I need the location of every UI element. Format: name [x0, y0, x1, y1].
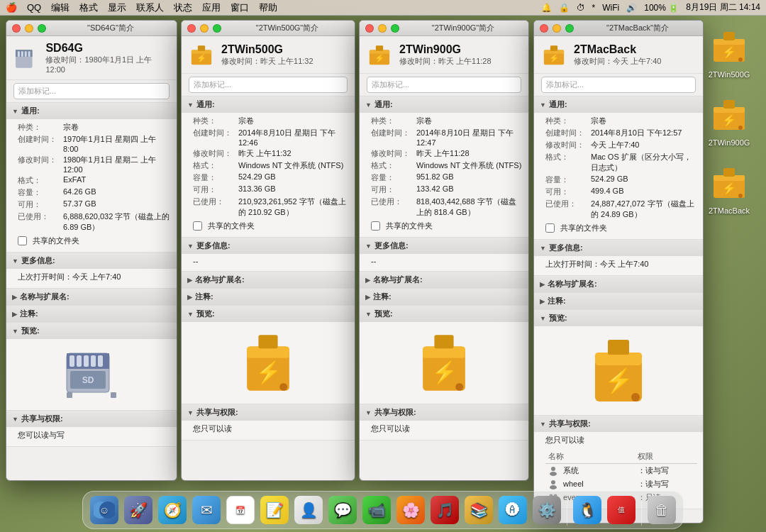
close-button[interactable]: [540, 24, 548, 33]
dock-separator: [567, 500, 567, 526]
dock-sysprefs[interactable]: ⚙️: [531, 494, 562, 526]
menu-view[interactable]: 显示: [108, 1, 126, 14]
minimize-button[interactable]: [378, 24, 387, 33]
svg-rect-25: [77, 355, 82, 367]
2twin900g-general-label: 通用:: [374, 99, 393, 110]
desktop-icon-2tmacback[interactable]: ⚡ 2TMacBack: [701, 161, 757, 215]
menu-app[interactable]: 应用: [202, 1, 221, 14]
2tmacback-comments-header[interactable]: ▶ 注释:: [534, 293, 703, 309]
dock-calendar[interactable]: 📅: [225, 494, 256, 526]
2twin500g-sharing-header[interactable]: ▼ 共享与权限:: [182, 404, 355, 421]
dock-messages[interactable]: 💬: [327, 494, 358, 526]
volume-icon[interactable]: 🔊: [626, 3, 637, 13]
perm-row-wheel: wheel ：读与写: [545, 477, 697, 491]
sd64g-moreinfo-header[interactable]: ▼ 更多信息:: [6, 253, 177, 269]
menu-window[interactable]: 窗口: [231, 1, 249, 14]
menu-contacts[interactable]: 联系人: [136, 1, 164, 14]
2tmacback-tag-input[interactable]: 添加标记...: [541, 77, 696, 93]
perm-permission-header: 权限: [635, 450, 697, 464]
menu-format[interactable]: 格式: [79, 1, 98, 14]
wifi-icon[interactable]: WiFi: [602, 3, 619, 13]
maximize-button[interactable]: [213, 24, 221, 33]
sd64g-comments-header[interactable]: ▶ 注释:: [6, 306, 177, 322]
bluetooth-icon[interactable]: *: [592, 3, 596, 13]
maximize-button[interactable]: [38, 24, 46, 33]
maximize-button[interactable]: [565, 24, 574, 33]
close-button[interactable]: [365, 24, 374, 33]
notification-icon[interactable]: 🔔: [541, 3, 552, 13]
minimize-button[interactable]: [200, 24, 209, 33]
sd64g-tag-field: 添加标记...: [6, 80, 177, 103]
sd64g-preview-header[interactable]: ▼ 预览:: [6, 323, 177, 339]
sd64g-tag-input[interactable]: 添加标记...: [13, 83, 170, 99]
sd64g-sharing-header[interactable]: ▼ 共享与权限:: [6, 411, 177, 427]
dock-mail[interactable]: ✉: [191, 494, 222, 526]
2twin500g-moreinfo-header[interactable]: ▼ 更多信息:: [182, 238, 355, 254]
2twin500g-tag-input[interactable]: 添加标记...: [189, 77, 348, 93]
desktop-icon-2twin500g[interactable]: ⚡ 2TWin500G: [701, 25, 757, 79]
2tmacback-sharing-header[interactable]: ▼ 共享与权限:: [534, 416, 703, 432]
svg-rect-24: [70, 355, 74, 367]
dock-qq[interactable]: 🐧: [572, 494, 603, 526]
triangle-icon: ▼: [365, 101, 372, 109]
dock-books[interactable]: 📚: [463, 494, 494, 526]
sd64g-nameext-header[interactable]: ▶ 名称与扩展名:: [6, 289, 177, 305]
svg-rect-44: [376, 45, 383, 51]
dock-appstore[interactable]: 🅐: [497, 494, 528, 526]
dock-trash[interactable]: 🗑: [646, 494, 677, 526]
dock-launchpad[interactable]: 🚀: [123, 494, 154, 526]
lock-icon[interactable]: 🔒: [559, 3, 570, 13]
dock-finder[interactable]: ☺: [89, 494, 120, 526]
maximize-button[interactable]: [391, 24, 399, 33]
2tmacback-nameext-header[interactable]: ▶ 名称与扩展名:: [534, 276, 703, 292]
dock-itunes[interactable]: 🎵: [429, 494, 460, 526]
2twin500g-general-section: ▼ 通用: 种类：宗卷 创建时间：2014年8月10日 星期日 下午12:46 …: [182, 96, 355, 238]
sd64g-name: SD64G: [45, 42, 170, 55]
dock-stickies[interactable]: 📝: [259, 494, 290, 526]
minimize-button[interactable]: [553, 24, 561, 33]
shared-folder-checkbox[interactable]: [371, 221, 380, 231]
2tmacback-preview-header[interactable]: ▼ 预览:: [534, 310, 703, 326]
2twin900g-preview-header[interactable]: ▼ 预览:: [360, 306, 528, 322]
2twin500g-nameext-header[interactable]: ▶ 名称与扩展名:: [182, 272, 355, 288]
dock-facetime[interactable]: 📹: [361, 494, 392, 526]
2tmacback-window-title: "2TMacBack"简介: [578, 23, 697, 33]
2twin900g-tag-input[interactable]: 添加标记...: [367, 77, 521, 93]
2twin900g-general-header[interactable]: ▼ 通用:: [360, 96, 528, 113]
desktop-icon-2twin900g[interactable]: ⚡ 2TWin900G: [701, 93, 757, 147]
2twin500g-preview-header[interactable]: ▼ 预览:: [182, 306, 355, 322]
2twin900g-moreinfo-header[interactable]: ▼ 更多信息:: [360, 238, 528, 254]
menu-qq[interactable]: QQ: [27, 2, 41, 13]
minimize-button[interactable]: [25, 24, 33, 33]
dock-photos[interactable]: 🌸: [395, 494, 426, 526]
2twin900g-comments-header[interactable]: ▶ 注释:: [360, 289, 528, 305]
menu-status[interactable]: 状态: [174, 1, 192, 14]
shared-folder-checkbox[interactable]: [18, 235, 27, 246]
dock-contacts[interactable]: 👤: [293, 494, 324, 526]
svg-rect-26: [84, 355, 89, 367]
system-permission: ：读与写: [638, 466, 669, 475]
svg-point-4: [738, 57, 743, 62]
2twin500g-general-header[interactable]: ▼ 通用:: [182, 96, 355, 113]
sd64g-moreinfo-section: ▼ 更多信息: 上次打开时间：今天 上午7:40: [6, 253, 177, 289]
shared-folder-checkbox[interactable]: [545, 223, 555, 233]
trash-icon: 🗑: [648, 496, 676, 524]
menu-edit[interactable]: 编辑: [51, 1, 70, 14]
apple-menu[interactable]: 🍎: [6, 2, 17, 13]
menu-help[interactable]: 帮助: [259, 1, 277, 14]
time-machine-icon[interactable]: ⏱: [577, 3, 585, 13]
close-button[interactable]: [187, 24, 196, 33]
dock-smzdm[interactable]: 值: [606, 494, 637, 526]
svg-rect-12: [723, 168, 735, 177]
close-button[interactable]: [12, 24, 21, 33]
sd64g-general-header[interactable]: ▼ 通用:: [6, 103, 177, 119]
2twin900g-nameext-header[interactable]: ▶ 名称与扩展名:: [360, 272, 528, 288]
2twin500g-comments-header[interactable]: ▶ 注释:: [182, 289, 355, 305]
triangle-icon: ▶: [540, 298, 545, 305]
sd64g-moreinfo-body: 上次打开时间：今天 上午7:40: [6, 269, 177, 288]
2twin900g-sharing-header[interactable]: ▼ 共享与权限:: [360, 404, 528, 421]
dock-safari[interactable]: 🧭: [157, 494, 188, 526]
2tmacback-moreinfo-header[interactable]: ▼ 更多信息:: [534, 240, 703, 256]
2tmacback-general-header[interactable]: ▼ 通用:: [534, 96, 703, 113]
shared-folder-checkbox[interactable]: [193, 221, 202, 231]
